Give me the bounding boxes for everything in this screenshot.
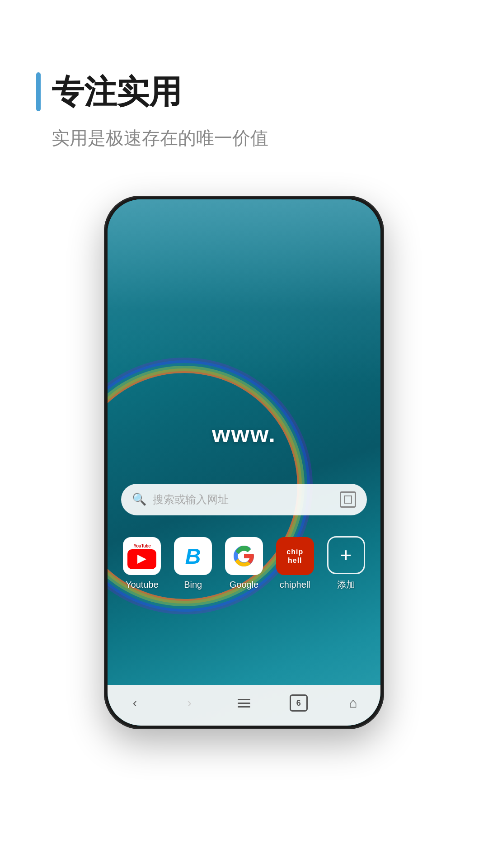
- nav-back-button[interactable]: ‹: [121, 692, 148, 714]
- nav-home-button[interactable]: ⌂: [340, 692, 367, 714]
- header-section: 专注实用 实用是极速存在的唯一价值: [0, 0, 488, 178]
- shortcut-bing[interactable]: B Bing: [170, 537, 216, 590]
- navigation-bar: ‹ ›: [108, 685, 380, 726]
- forward-icon: ›: [188, 696, 192, 710]
- shortcut-google[interactable]: Google: [221, 537, 267, 590]
- youtube-inner: YouTube: [124, 538, 160, 574]
- shortcut-youtube[interactable]: YouTube Youtube: [119, 537, 164, 590]
- tabs-count-icon: 6: [290, 694, 308, 712]
- chiphell-icon: chip hell: [276, 537, 314, 575]
- add-label: 添加: [337, 579, 355, 591]
- bing-label: Bing: [184, 580, 202, 590]
- tabs-count-label: 6: [296, 698, 301, 708]
- nav-menu-button[interactable]: [230, 692, 258, 714]
- title-row: 专注实用: [36, 72, 452, 111]
- bing-icon: B: [174, 537, 212, 575]
- phone-screen-area: www. 🔍 搜索或输入网址: [108, 199, 380, 726]
- scan-icon[interactable]: [340, 491, 356, 508]
- shortcut-chiphell[interactable]: chip hell chiphell: [272, 537, 318, 590]
- main-title: 专注实用: [52, 72, 182, 111]
- blue-accent-bar: [36, 72, 41, 111]
- google-icon: [225, 537, 263, 575]
- yt-play-icon: [137, 555, 146, 564]
- shortcuts-row: YouTube Youtube: [117, 536, 371, 591]
- bing-letter: B: [185, 544, 201, 569]
- add-plus-sign: +: [340, 544, 352, 566]
- phone-mockup: www. 🔍 搜索或输入网址: [90, 196, 398, 729]
- nav-tabs-button[interactable]: 6: [285, 692, 312, 714]
- youtube-label: Youtube: [126, 580, 159, 590]
- chiphell-label: chiphell: [280, 580, 310, 590]
- search-icon: 🔍: [132, 492, 146, 506]
- search-placeholder-text: 搜索或输入网址: [153, 492, 333, 507]
- back-icon: ‹: [133, 696, 137, 710]
- phone-outer-frame: www. 🔍 搜索或输入网址: [104, 196, 384, 729]
- chiphell-text: chip hell: [286, 547, 303, 565]
- yt-red-bg: [127, 549, 156, 569]
- page-wrapper: 专注实用 实用是极速存在的唯一价值 www. 🔍 搜索或输入网址: [0, 0, 488, 868]
- subtitle: 实用是极速存在的唯一价值: [52, 126, 452, 151]
- www-label: www.: [212, 420, 276, 448]
- nav-forward-button[interactable]: ›: [176, 692, 203, 714]
- youtube-icon: YouTube: [123, 537, 161, 575]
- shortcut-add[interactable]: + 添加: [324, 536, 369, 591]
- hamburger-menu-icon: [238, 699, 250, 708]
- home-icon: ⌂: [349, 695, 357, 711]
- google-g-svg: [233, 545, 255, 567]
- google-label: Google: [230, 580, 259, 590]
- search-bar[interactable]: 🔍 搜索或输入网址: [121, 484, 367, 515]
- browser-screen: www. 🔍 搜索或输入网址: [108, 199, 380, 726]
- add-icon: +: [327, 536, 365, 574]
- sky-overlay: [108, 199, 380, 383]
